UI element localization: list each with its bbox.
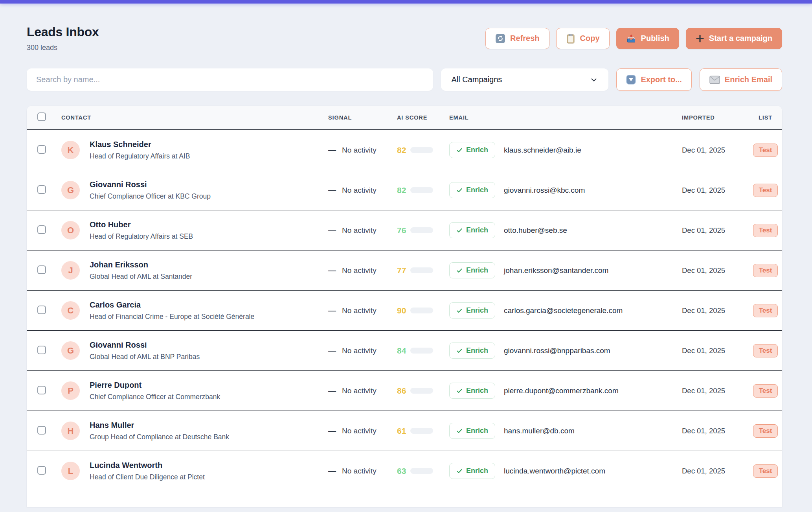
leads-table: CONTACT SIGNAL AI SCORE EMAIL IMPORTED L… bbox=[27, 106, 782, 507]
table-row: C Carlos Garcia Head of Financial Crime … bbox=[27, 291, 782, 331]
enrich-button[interactable]: Enrich bbox=[449, 142, 495, 158]
lead-name: Johan Eriksson bbox=[90, 260, 192, 269]
list-badge[interactable]: Test bbox=[753, 224, 778, 237]
start-campaign-button[interactable]: Start a campaign bbox=[686, 28, 782, 49]
avatar: P bbox=[61, 381, 80, 400]
row-checkbox[interactable] bbox=[37, 466, 46, 475]
list-badge[interactable]: Test bbox=[753, 144, 778, 157]
export-label: Export to... bbox=[641, 75, 682, 84]
row-checkbox[interactable] bbox=[37, 426, 46, 435]
row-checkbox[interactable] bbox=[37, 145, 46, 154]
export-button[interactable]: Export to... bbox=[616, 68, 691, 91]
signal-status: No activity bbox=[342, 266, 377, 275]
enrich-button[interactable]: Enrich bbox=[449, 182, 495, 198]
table-body: K Klaus Schneider Head of Regulatory Aff… bbox=[27, 130, 782, 491]
list-badge[interactable]: Test bbox=[753, 424, 778, 438]
enrich-button[interactable]: Enrich bbox=[449, 343, 495, 359]
search-input[interactable] bbox=[27, 68, 433, 91]
signal-status: No activity bbox=[342, 306, 377, 315]
lead-email: giovanni.rossi@kbc.com bbox=[504, 186, 585, 195]
enrich-button[interactable]: Enrich bbox=[449, 463, 495, 479]
row-checkbox[interactable] bbox=[37, 265, 46, 274]
enrich-label: Enrich bbox=[466, 427, 488, 435]
lead-title: Head of Client Due Diligence at Pictet bbox=[90, 473, 205, 481]
chevron-down-icon bbox=[590, 76, 598, 84]
enrich-button[interactable]: Enrich bbox=[449, 423, 495, 439]
page-title: Leads Inbox bbox=[27, 25, 99, 39]
campaign-filter-dropdown[interactable]: All Campaigns bbox=[441, 68, 608, 91]
signal-status: No activity bbox=[342, 226, 377, 235]
avatar: H bbox=[61, 422, 80, 440]
enrich-email-button[interactable]: Enrich Email bbox=[700, 68, 782, 91]
enrich-label: Enrich bbox=[466, 346, 488, 355]
publish-button[interactable]: Publish bbox=[616, 28, 679, 49]
enrich-label: Enrich bbox=[466, 226, 488, 234]
lead-email: pierre.dupont@commerzbank.com bbox=[504, 387, 619, 395]
check-icon bbox=[456, 428, 463, 434]
list-badge[interactable]: Test bbox=[753, 464, 778, 478]
imported-date: Dec 01, 2025 bbox=[682, 346, 749, 355]
ai-score-value: 77 bbox=[397, 266, 406, 275]
enrich-label: Enrich bbox=[466, 387, 488, 395]
check-icon bbox=[456, 187, 463, 193]
ai-score-bar bbox=[410, 308, 433, 313]
copy-button[interactable]: Copy bbox=[556, 28, 610, 49]
clipboard-icon bbox=[566, 33, 575, 44]
avatar: K bbox=[61, 141, 80, 159]
lead-email: carlos.garcia@societegenerale.com bbox=[504, 306, 623, 315]
row-checkbox[interactable] bbox=[37, 185, 46, 194]
imported-date: Dec 01, 2025 bbox=[682, 146, 749, 155]
signal-status: No activity bbox=[342, 467, 377, 475]
enrich-button[interactable]: Enrich bbox=[449, 302, 495, 319]
lead-name: Giovanni Rossi bbox=[90, 180, 211, 189]
lead-title: Global Head of AML at Santander bbox=[90, 273, 192, 281]
enrich-button[interactable]: Enrich bbox=[449, 383, 495, 399]
outbox-tray-icon bbox=[626, 33, 636, 44]
ai-score-bar bbox=[410, 267, 433, 273]
contact-text: Otto Huber Head of Regulatory Affairs at… bbox=[90, 220, 193, 241]
contact-text: Hans Muller Group Head of Compliance at … bbox=[90, 421, 229, 441]
plus-icon bbox=[696, 34, 704, 43]
lead-name: Pierre Dupont bbox=[90, 381, 220, 390]
row-checkbox[interactable] bbox=[37, 225, 46, 234]
list-badge[interactable]: Test bbox=[753, 304, 778, 317]
list-badge[interactable]: Test bbox=[753, 344, 778, 357]
select-all-checkbox[interactable] bbox=[37, 112, 46, 121]
enrich-label: Enrich bbox=[466, 186, 488, 194]
row-checkbox[interactable] bbox=[37, 386, 46, 394]
row-checkbox[interactable] bbox=[37, 306, 46, 314]
filter-bar: All Campaigns Export to... Enrich Email bbox=[27, 68, 782, 91]
column-header-ai-score: AI SCORE bbox=[397, 114, 449, 121]
check-icon bbox=[456, 227, 463, 234]
no-signal-dash: — bbox=[328, 426, 336, 435]
no-signal-dash: — bbox=[328, 266, 336, 275]
enrich-email-label: Enrich Email bbox=[725, 75, 772, 84]
signal-status: No activity bbox=[342, 427, 377, 435]
check-icon bbox=[456, 308, 463, 314]
search-box bbox=[27, 68, 433, 91]
no-signal-dash: — bbox=[328, 386, 336, 395]
lead-title: Chief Compliance Officer at Commerzbank bbox=[90, 393, 220, 401]
list-badge[interactable]: Test bbox=[753, 264, 778, 277]
refresh-button[interactable]: Refresh bbox=[485, 28, 549, 49]
list-badge[interactable]: Test bbox=[753, 184, 778, 197]
lead-email: giovanni.rossi@bnpparibas.com bbox=[504, 346, 610, 355]
ai-score-bar bbox=[410, 388, 433, 394]
lead-title: Chief Compliance Officer at KBC Group bbox=[90, 192, 211, 201]
table-row: P Pierre Dupont Chief Compliance Officer… bbox=[27, 371, 782, 411]
enrich-label: Enrich bbox=[466, 146, 488, 154]
table-row: K Klaus Schneider Head of Regulatory Aff… bbox=[27, 130, 782, 170]
table-row: H Hans Muller Group Head of Compliance a… bbox=[27, 411, 782, 451]
ai-score-bar bbox=[410, 428, 433, 434]
column-header-contact: CONTACT bbox=[61, 114, 328, 121]
publish-label: Publish bbox=[641, 34, 669, 43]
enrich-label: Enrich bbox=[466, 266, 488, 274]
check-icon bbox=[456, 348, 463, 354]
lead-title: Group Head of Compliance at Deutsche Ban… bbox=[90, 433, 229, 441]
row-checkbox[interactable] bbox=[37, 346, 46, 354]
lead-name: Hans Muller bbox=[90, 421, 229, 430]
lead-email: otto.huber@seb.se bbox=[504, 226, 567, 235]
enrich-button[interactable]: Enrich bbox=[449, 262, 495, 278]
enrich-button[interactable]: Enrich bbox=[449, 222, 495, 238]
list-badge[interactable]: Test bbox=[753, 384, 778, 398]
